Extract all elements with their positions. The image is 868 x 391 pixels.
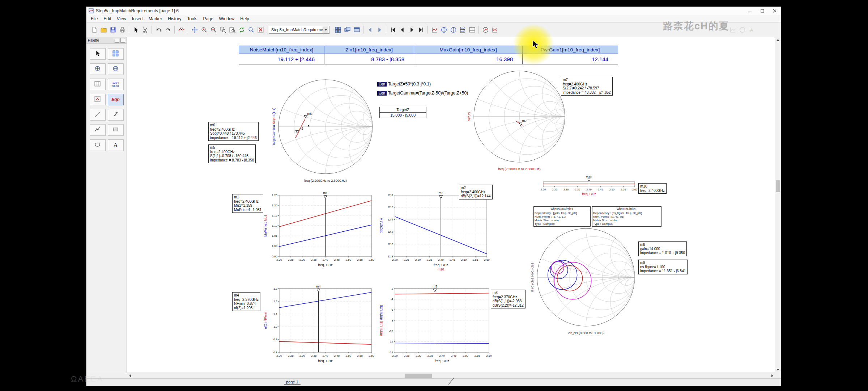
smith-chart-tool[interactable] xyxy=(108,63,124,75)
menu-help[interactable]: Help xyxy=(237,16,252,22)
menu-file[interactable]: File xyxy=(88,16,101,22)
vertical-scroll-thumb[interactable] xyxy=(776,180,780,192)
menu-history[interactable]: History xyxy=(165,16,184,22)
table-header-cell[interactable]: MaxGain[m10_freq_index] xyxy=(414,46,523,54)
polyline-tool[interactable] xyxy=(90,124,106,136)
maximize-button[interactable] xyxy=(756,7,769,15)
pointer-button[interactable] xyxy=(131,25,140,34)
smith-chart-smith_s22[interactable]: m7freq (2.200GHz to 2.600GHz)S(2,2) xyxy=(467,66,572,174)
insert-antenna-plot-button[interactable] xyxy=(481,25,490,34)
rectangle-tool[interactable] xyxy=(108,124,124,136)
refresh-button[interactable] xyxy=(237,25,246,34)
prev-page-button[interactable] xyxy=(397,25,407,34)
rect-plot-plot_s11s22[interactable]: -2-4-6-8-10-12-142.202.252.302.352.402.4… xyxy=(378,283,492,369)
insert-list-plot-button[interactable] xyxy=(467,25,477,34)
menu-insert[interactable]: Insert xyxy=(129,16,146,22)
marker-box-m5[interactable]: m5freq=2.400GHzS(1,1)=0.708 / -160.445im… xyxy=(208,144,256,163)
insert-stacked-plot-button[interactable] xyxy=(458,25,467,34)
marker-box-m8[interactable]: m8gain=14.000impedance = 1.010 + j9.350 xyxy=(638,241,687,256)
table-header-cell[interactable]: Zin1[m10_freq_index] xyxy=(324,46,414,54)
stop-button[interactable] xyxy=(256,25,265,34)
back-button[interactable] xyxy=(365,25,375,34)
pointer-tool[interactable] xyxy=(90,48,106,60)
marker-box-m7[interactable]: m7freq=2.400GHzS(2,2)=0.242 / -78.597imp… xyxy=(561,77,613,96)
print-button[interactable] xyxy=(118,25,127,34)
redo-button[interactable] xyxy=(163,25,173,34)
menu-tools[interactable]: Tools xyxy=(184,16,200,22)
page-tab[interactable]: page 1 xyxy=(284,380,301,385)
insert-marker-button[interactable] xyxy=(176,25,186,34)
insert-eye-plot-button[interactable] xyxy=(490,25,499,34)
equation-tool[interactable]: Eqn xyxy=(108,94,124,105)
undo-button[interactable] xyxy=(154,25,163,34)
menu-page[interactable]: Page xyxy=(200,16,216,22)
faded-smith-chart-button[interactable] xyxy=(737,25,747,34)
table-header-cell[interactable]: NoiseMatch[m10_freq_index] xyxy=(239,46,324,54)
dataset-dropdown[interactable]: Step5a_ImpMatchRequiremer xyxy=(269,26,329,34)
first-page-button[interactable] xyxy=(388,25,397,34)
marker-box-m6[interactable]: m6freq=2.400GHzSopt=0.448 / 173.445imped… xyxy=(208,122,259,141)
menu-edit[interactable]: Edit xyxy=(101,16,114,22)
polar-plot-tool[interactable] xyxy=(90,63,106,75)
palette-float-button[interactable] xyxy=(115,38,119,43)
insert-smith-chart-button[interactable] xyxy=(439,25,448,34)
equation-targetgamma[interactable]: Eqn TargetGamma=(TargetZ-50)/(TargetZ+50… xyxy=(377,91,468,96)
next-page-button[interactable] xyxy=(407,25,416,34)
scroll-right-button[interactable] xyxy=(769,373,775,379)
strip-plot-strip_m10[interactable]: 2.202.252.302.352.402.452.502.552.60m10f… xyxy=(540,175,638,198)
insert-rect-plot-button[interactable] xyxy=(430,25,439,34)
save-button[interactable] xyxy=(108,25,118,34)
last-page-button[interactable] xyxy=(416,25,426,34)
marker-box-m9[interactable]: m9ns figure=1.100impedance = 11.351 - j6… xyxy=(638,260,688,274)
arrow-tool[interactable] xyxy=(108,109,124,121)
numeric-list-tool[interactable]: 12345678 xyxy=(108,79,124,90)
rect-plot-plot_nf[interactable]: 1.31.21.11.00.90.82.202.252.302.352.402.… xyxy=(263,283,374,369)
menu-window[interactable]: Window xyxy=(216,16,238,22)
marker-box-m3[interactable]: m3freq=2.370GHzdB(S(1,1))=-2.983dB(S(2,2… xyxy=(491,290,526,308)
minimize-button[interactable] xyxy=(744,7,756,15)
dependency-table-1[interactable]: whatIsGaCircle1Dependency : [gain, freq,… xyxy=(533,206,591,227)
menu-marker[interactable]: Marker xyxy=(146,16,165,22)
rect-plot-tool[interactable] xyxy=(108,48,124,60)
smith-chart-smith_circles[interactable]: cir_pts (0.000 to 51.000)GaCircle1 NsCir… xyxy=(530,223,642,338)
new-window-button[interactable] xyxy=(352,25,361,34)
faded-text-note-button[interactable]: A xyxy=(747,25,756,34)
chevron-down-icon[interactable] xyxy=(323,26,328,33)
horizontal-scroll-thumb[interactable] xyxy=(405,374,432,378)
cut-button[interactable] xyxy=(140,25,150,34)
equation-targetz[interactable]: Eqn TargetZ=50*(0.3-j*0.1) xyxy=(377,81,431,87)
close-button[interactable] xyxy=(769,7,781,15)
cascade-windows-button[interactable] xyxy=(342,25,352,34)
antenna-plot-tool[interactable] xyxy=(90,94,106,105)
new-file-button[interactable] xyxy=(89,25,99,34)
circle-tool[interactable] xyxy=(90,139,106,151)
zoom-out-button[interactable] xyxy=(209,25,218,34)
scroll-down-button[interactable] xyxy=(775,367,781,373)
line-tool[interactable] xyxy=(90,109,106,121)
zoom-fit-button[interactable] xyxy=(227,25,237,34)
tile-windows-button[interactable] xyxy=(333,25,342,34)
rect-plot-plot_s21[interactable]: 12.812.612.412.212.011.82.202.252.302.35… xyxy=(378,190,490,273)
rect-plot-plot_mu[interactable]: 1.251.201.151.101.051.000.952.202.252.30… xyxy=(263,190,374,273)
scroll-left-button[interactable] xyxy=(127,373,133,379)
title-bar[interactable]: Step5a_ImpMatchRequirements [page 1]:6 xyxy=(86,7,781,15)
zoom-select-button[interactable] xyxy=(246,25,256,34)
open-folder-button[interactable] xyxy=(99,25,108,34)
marker-box-m2[interactable]: m2freq=2.400GHzdB(S(2,1))=12.144 xyxy=(459,185,493,199)
zoom-in-button[interactable] xyxy=(199,25,209,34)
zoom-area-button[interactable] xyxy=(218,25,227,34)
dependency-table-2[interactable]: whatNsCircle1Dependency : [ns_figure, fr… xyxy=(592,206,661,227)
vertical-scrollbar[interactable] xyxy=(775,37,781,373)
scroll-up-button[interactable] xyxy=(775,37,781,43)
forward-button[interactable] xyxy=(375,25,384,34)
results-table[interactable]: NoiseMatch[m10_freq_index] Zin1[m10_freq… xyxy=(239,46,618,64)
palette-close-button[interactable] xyxy=(120,38,125,43)
marker-box-m4[interactable]: m4freq=2.370GHzNFmin=0.874nf(2)=1.203 xyxy=(232,292,260,311)
palette-header[interactable]: Palette xyxy=(86,37,127,44)
marker-box-m1[interactable]: m1freq=2.400GHzMu1=1.159MuPrime1=1.051 xyxy=(232,194,263,213)
smith-chart-smith_target[interactable]: m6m5freq (2.200GHz to 2.600GHz)TargetGam… xyxy=(271,75,380,185)
list-plot-tool[interactable] xyxy=(90,79,106,90)
text-tool[interactable]: A xyxy=(108,139,124,151)
marker-box-m10[interactable]: m10freq=2.400GHz xyxy=(638,183,667,194)
targetz-table[interactable]: TargetZ 15.000 - j5.000 xyxy=(379,107,426,118)
